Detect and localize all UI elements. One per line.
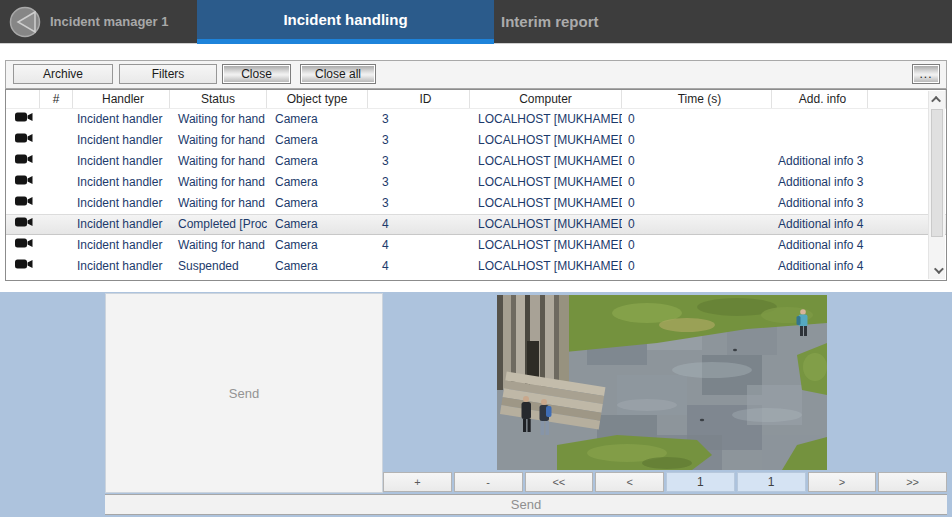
camera-icon [14, 132, 34, 144]
cell-computer: LOCALHOST [MUKHAMED [470, 151, 622, 172]
close-button[interactable]: Close [222, 64, 291, 84]
cell-add-info: Additional info 4 [772, 214, 868, 235]
cell-id: 4 [368, 235, 470, 256]
last-page-button[interactable]: >> [878, 472, 947, 492]
camera-icon [14, 195, 34, 207]
table-row[interactable]: Incident handler Waiting for hand Camera… [6, 172, 946, 193]
tab-incident-handling[interactable]: Incident handling [197, 0, 494, 44]
cctv-image [497, 295, 827, 470]
cell-computer: LOCALHOST [MUKHAMED [470, 130, 622, 151]
cell-time: 0 [622, 151, 772, 172]
cell-computer: LOCALHOST [MUKHAMED [470, 193, 622, 214]
column-header-id[interactable]: ID [368, 90, 470, 108]
cell-computer: LOCALHOST [MUKHAMED [470, 256, 622, 277]
cell-time: 0 [622, 130, 772, 151]
column-header-num[interactable]: # [40, 90, 73, 108]
cell-time: 0 [622, 214, 772, 235]
cell-add-info: Additional info 3 [772, 172, 868, 193]
zoom-out-button[interactable]: - [454, 472, 523, 492]
cell-status: Waiting for hand [170, 193, 267, 214]
video-controls: + - << < 1 1 > >> [383, 472, 947, 492]
next-page-button[interactable]: > [808, 472, 877, 492]
cell-add-info: Additional info 3 [772, 193, 868, 214]
close-all-button[interactable]: Close all [300, 64, 376, 84]
cell-handler: Incident handler [73, 193, 170, 214]
camera-icon [14, 237, 34, 249]
cell-id: 3 [368, 193, 470, 214]
cell-object-type: Camera [267, 256, 368, 277]
incident-table: # Handler Status Object type ID Computer… [5, 89, 947, 281]
tab-interim-report[interactable]: Interim report [494, 0, 754, 44]
table-row[interactable]: Incident handler Waiting for hand Camera… [6, 130, 946, 151]
table-row[interactable]: Incident handler Suspended Camera 4 LOCA… [6, 256, 946, 277]
cell-computer: LOCALHOST [MUKHAMED [470, 235, 622, 256]
page-number-field[interactable]: 1 [666, 472, 735, 492]
camera-video-frame[interactable] [497, 295, 827, 470]
cell-handler: Incident handler [73, 109, 170, 130]
cell-id: 3 [368, 172, 470, 193]
cell-add-info: Additional info 4 [772, 235, 868, 256]
page-count-field[interactable]: 1 [737, 472, 806, 492]
cell-id: 4 [368, 256, 470, 277]
cell-status: Waiting for hand [170, 130, 267, 151]
scroll-up-icon[interactable] [929, 91, 945, 108]
filters-button[interactable]: Filters [119, 64, 217, 84]
cell-handler: Incident handler [73, 172, 170, 193]
active-tab-underline [197, 39, 494, 44]
cell-object-type: Camera [267, 151, 368, 172]
first-page-button[interactable]: << [525, 472, 594, 492]
column-header-object-type[interactable]: Object type [267, 90, 368, 108]
cell-handler: Incident handler [73, 214, 170, 235]
table-row[interactable]: Incident handler Waiting for hand Camera… [6, 235, 946, 256]
cell-status: Suspended [170, 256, 267, 277]
table-header-row: # Handler Status Object type ID Computer… [6, 90, 946, 109]
column-header-status[interactable]: Status [170, 90, 267, 108]
camera-icon [14, 216, 34, 228]
column-header-time[interactable]: Time (s) [622, 90, 772, 108]
zoom-in-button[interactable]: + [383, 472, 452, 492]
send-button-large[interactable]: Send [105, 293, 383, 493]
table-scrollbar[interactable] [928, 91, 945, 279]
cell-status: Waiting for hand [170, 109, 267, 130]
column-header-add-info[interactable]: Add. info [772, 90, 868, 108]
camera-icon [14, 258, 34, 270]
cell-object-type: Camera [267, 172, 368, 193]
cell-time: 0 [622, 193, 772, 214]
app-title: Incident manager 1 [50, 0, 168, 44]
cell-id: 3 [368, 130, 470, 151]
column-header-handler[interactable]: Handler [73, 90, 170, 108]
cell-status: Waiting for hand [170, 151, 267, 172]
cell-time: 0 [622, 235, 772, 256]
cell-handler: Incident handler [73, 256, 170, 277]
cell-object-type: Camera [267, 235, 368, 256]
table-row[interactable]: Incident handler Waiting for hand Camera… [6, 193, 946, 214]
cell-status: Completed [Proc [170, 214, 267, 235]
cell-id: 3 [368, 109, 470, 130]
app-logo-icon [9, 5, 43, 39]
cell-id: 3 [368, 151, 470, 172]
incident-manager-window: Incident manager 1 Incident handling Int… [0, 0, 952, 521]
cell-status: Waiting for hand [170, 235, 267, 256]
cell-computer: LOCALHOST [MUKHAMED [470, 214, 622, 235]
table-row[interactable]: Incident handler Waiting for hand Camera… [6, 151, 946, 172]
bottom-margin [0, 517, 952, 521]
cell-time: 0 [622, 172, 772, 193]
prev-page-button[interactable]: < [595, 472, 664, 492]
cell-time: 0 [622, 256, 772, 277]
scrollbar-thumb[interactable] [931, 109, 943, 237]
cell-object-type: Camera [267, 130, 368, 151]
toolbar: Archive Filters Close Close all ... [5, 60, 947, 89]
column-header-icon[interactable] [6, 90, 40, 108]
scroll-down-icon[interactable] [929, 262, 945, 279]
cell-handler: Incident handler [73, 130, 170, 151]
cell-add-info: Additional info 4 [772, 256, 868, 277]
cell-computer: LOCALHOST [MUKHAMED [470, 172, 622, 193]
archive-button[interactable]: Archive [13, 64, 113, 84]
more-options-button[interactable]: ... [912, 64, 940, 84]
send-button-bottom[interactable]: Send [105, 494, 947, 515]
cell-computer: LOCALHOST [MUKHAMED [470, 109, 622, 130]
table-row[interactable]: Incident handler Waiting for hand Camera… [6, 109, 946, 130]
cell-object-type: Camera [267, 109, 368, 130]
column-header-computer[interactable]: Computer [470, 90, 622, 108]
table-row-selected[interactable]: Incident handler Completed [Proc Camera … [6, 214, 946, 235]
